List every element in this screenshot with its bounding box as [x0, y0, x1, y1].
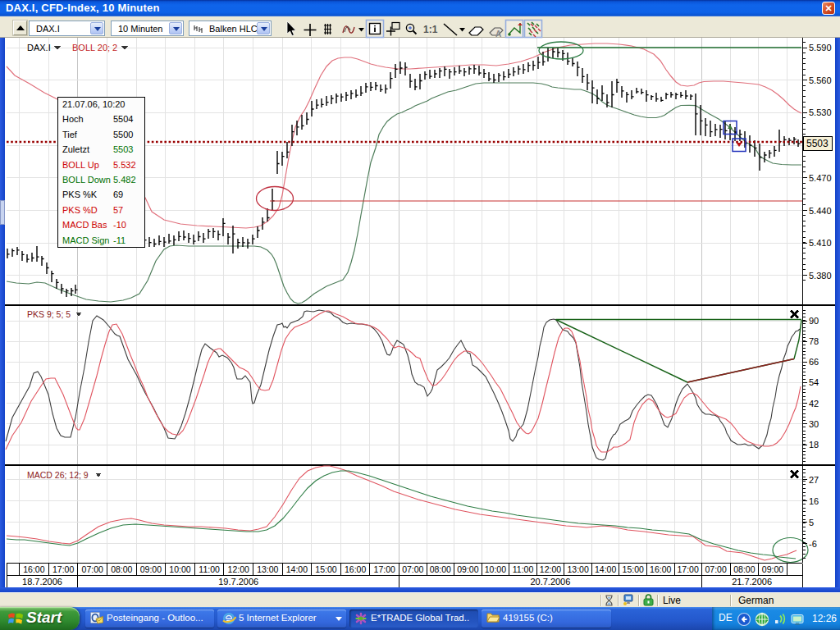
- svg-text:17:00: 17:00: [374, 564, 395, 574]
- svg-text:A: A: [495, 30, 501, 39]
- svg-text:66: 66: [809, 357, 819, 367]
- svg-text:5500: 5500: [113, 130, 133, 139]
- svg-text:5.380: 5.380: [809, 271, 832, 281]
- svg-text:07:00: 07:00: [402, 564, 423, 574]
- svg-text:16:00: 16:00: [345, 564, 366, 574]
- svg-text:69: 69: [113, 189, 123, 199]
- svg-text:07:00: 07:00: [705, 564, 726, 574]
- svg-text:09:00: 09:00: [762, 564, 783, 574]
- svg-text:10:00: 10:00: [169, 564, 190, 574]
- svg-text:5: 5: [809, 518, 814, 527]
- svg-text:78: 78: [809, 336, 819, 346]
- svg-text:11:00: 11:00: [199, 564, 220, 574]
- svg-text:PKS 9; 5; 5: PKS 9; 5; 5: [27, 309, 71, 319]
- svg-text:MACD Sign: MACD Sign: [62, 235, 109, 245]
- svg-text:16:00: 16:00: [650, 564, 671, 574]
- svg-text:09:00: 09:00: [140, 564, 162, 574]
- svg-text:15:00: 15:00: [315, 564, 336, 574]
- svg-text:5.470: 5.470: [809, 173, 832, 183]
- svg-text:5.560: 5.560: [809, 75, 832, 85]
- svg-text:5504: 5504: [113, 114, 133, 124]
- svg-text:BOLL Up: BOLL Up: [62, 160, 99, 170]
- svg-text:DAX.I: DAX.I: [27, 43, 51, 52]
- svg-text:19.7.2006: 19.7.2006: [218, 577, 258, 587]
- svg-text:16: 16: [809, 496, 819, 506]
- svg-text:1:1: 1:1: [423, 24, 438, 35]
- svg-text:17:00: 17:00: [677, 564, 698, 574]
- svg-text:-10: -10: [113, 220, 126, 230]
- svg-text:07:00: 07:00: [82, 564, 103, 574]
- svg-text:15:00: 15:00: [623, 564, 644, 574]
- svg-text:5.440: 5.440: [809, 206, 832, 216]
- svg-text:Zuletzt: Zuletzt: [62, 144, 89, 154]
- svg-text:09:00: 09:00: [457, 564, 478, 574]
- svg-text:MACD 26; 12; 9: MACD 26; 12; 9: [27, 470, 89, 480]
- svg-text:90: 90: [809, 316, 819, 326]
- svg-text:17:00: 17:00: [52, 564, 74, 574]
- svg-text:MACD Bas: MACD Bas: [62, 220, 107, 230]
- svg-text:13:00: 13:00: [257, 564, 278, 574]
- svg-text:PKS %D: PKS %D: [62, 205, 98, 215]
- svg-text:27: 27: [809, 475, 819, 485]
- svg-text:54: 54: [809, 377, 819, 387]
- svg-text:BOLL Down: BOLL Down: [62, 175, 111, 185]
- svg-text:Hoch: Hoch: [62, 114, 84, 124]
- svg-text:10:00: 10:00: [485, 564, 506, 574]
- svg-text:14:00: 14:00: [286, 564, 308, 574]
- svg-text:18: 18: [809, 440, 819, 450]
- svg-text:-11: -11: [113, 235, 126, 245]
- svg-text:57: 57: [113, 205, 123, 215]
- svg-text:5503: 5503: [113, 144, 133, 154]
- svg-text:5503: 5503: [806, 138, 829, 149]
- svg-text:20.7.2006: 20.7.2006: [530, 577, 570, 587]
- svg-text:5.530: 5.530: [809, 107, 832, 117]
- svg-text:18.7.2006: 18.7.2006: [22, 577, 62, 587]
- svg-text:PKS %K: PKS %K: [62, 189, 98, 199]
- svg-text:5.410: 5.410: [809, 238, 832, 248]
- svg-text:BOLL 20; 2: BOLL 20; 2: [72, 43, 117, 52]
- svg-text:21.7.2006: 21.7.2006: [732, 577, 772, 587]
- svg-text:08:00: 08:00: [733, 564, 755, 574]
- svg-text:21.07.06, 10:20: 21.07.06, 10:20: [62, 99, 125, 109]
- svg-text:5.532: 5.532: [113, 160, 136, 170]
- svg-text:5.590: 5.590: [809, 43, 832, 52]
- svg-text:Tief: Tief: [62, 130, 78, 139]
- svg-text:12:00: 12:00: [228, 564, 249, 574]
- svg-text:-6: -6: [809, 539, 817, 549]
- svg-text:14:00: 14:00: [595, 564, 616, 574]
- svg-text:08:00: 08:00: [430, 564, 451, 574]
- svg-text:13:00: 13:00: [567, 564, 588, 574]
- svg-text:5.482: 5.482: [113, 175, 136, 185]
- svg-text:11:00: 11:00: [513, 564, 534, 574]
- svg-text:16:00: 16:00: [23, 564, 44, 574]
- svg-text:42: 42: [809, 399, 819, 409]
- svg-text:08:00: 08:00: [111, 564, 132, 574]
- svg-text:30: 30: [809, 419, 819, 429]
- svg-text:12:00: 12:00: [540, 564, 561, 574]
